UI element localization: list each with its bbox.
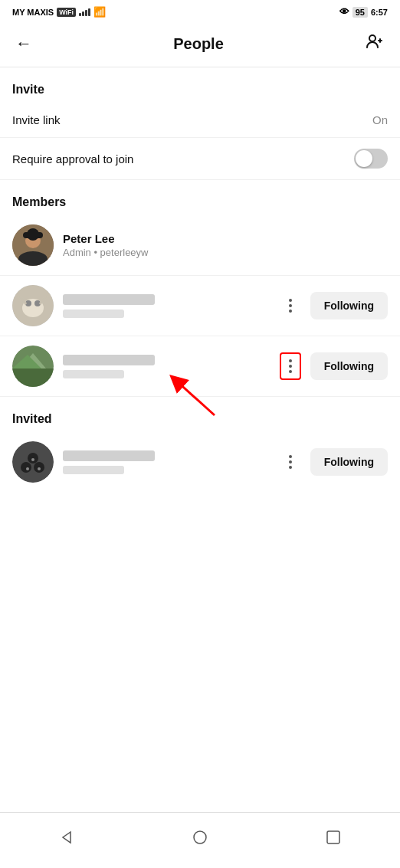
svg-rect-5	[23, 232, 43, 238]
svg-point-16	[21, 462, 31, 473]
svg-point-19	[26, 467, 29, 470]
dot-2	[289, 304, 292, 307]
member-2-name-blur	[63, 294, 155, 305]
member-3-name-blur	[63, 355, 155, 365]
member-2-info	[63, 294, 270, 318]
nav-recents-button[interactable]	[318, 822, 349, 853]
svg-point-20	[38, 467, 41, 470]
network-badge: WiFi	[57, 8, 76, 17]
wifi-icon: 📶	[93, 6, 106, 18]
back-button[interactable]: ←	[12, 31, 35, 57]
content-area: Invite Invite link On Require approval t…	[0, 67, 400, 812]
invited-1-info	[63, 450, 270, 474]
add-person-button[interactable]	[362, 28, 388, 59]
dot-1	[289, 455, 292, 458]
clock: 6:57	[371, 8, 388, 17]
dot-2	[289, 365, 292, 368]
recents-square-icon	[325, 829, 342, 846]
add-person-icon	[365, 31, 385, 51]
carrier-text: MY MAXIS	[12, 8, 54, 17]
invited-1-sub-blur	[63, 466, 124, 474]
following-button-invited-1[interactable]: Following	[310, 448, 388, 476]
require-approval-toggle[interactable]	[354, 149, 388, 169]
more-button-2[interactable]	[280, 292, 301, 319]
svg-point-23	[194, 831, 206, 843]
peter-info: Peter Lee Admin • peterleeyw	[63, 232, 388, 258]
toggle-knob	[356, 150, 372, 167]
peter-sub: Admin • peterleeyw	[63, 247, 388, 258]
avatar-3	[12, 346, 54, 387]
more-button-3-highlighted[interactable]	[280, 352, 301, 380]
svg-marker-22	[63, 832, 70, 843]
invite-link-value: On	[372, 113, 388, 126]
avatar-3-img	[12, 346, 54, 387]
dot-3	[289, 310, 292, 313]
member-row-peter: Peter Lee Admin • peterleeyw	[0, 215, 400, 275]
invited-section-label: Invited	[0, 397, 400, 432]
bottom-nav	[0, 812, 400, 868]
signal-bars	[79, 8, 90, 16]
nav-back-button[interactable]	[51, 822, 82, 853]
invited-row-1: Following	[0, 432, 400, 492]
members-section-label: Members	[0, 180, 400, 215]
home-circle-icon	[192, 829, 208, 846]
dot-3	[289, 466, 292, 469]
nav-home-button[interactable]	[185, 822, 215, 853]
svg-point-21	[31, 458, 34, 461]
invite-link-label: Invite link	[12, 113, 61, 126]
peter-name: Peter Lee	[63, 232, 388, 245]
dot-3	[289, 370, 292, 373]
peter-avatar-img	[12, 224, 54, 266]
following-button-3[interactable]: Following	[310, 352, 388, 380]
status-right: 👁 95 6:57	[339, 6, 388, 18]
avatar-peter	[12, 224, 54, 266]
member-3-sub-blur	[63, 370, 124, 378]
dot-1	[289, 359, 292, 362]
more-button-invited-1[interactable]	[280, 448, 301, 476]
member-row-2: Following	[0, 276, 400, 336]
svg-rect-24	[327, 831, 339, 843]
avatar-invited-1-img	[12, 441, 54, 483]
member-3-info	[63, 355, 270, 378]
status-left: MY MAXIS WiFi 📶	[12, 6, 106, 18]
avatar-invited-1	[12, 441, 54, 483]
battery-level: 95	[352, 7, 368, 18]
svg-rect-11	[12, 368, 54, 387]
svg-point-0	[369, 35, 375, 41]
member-2-sub-blur	[63, 310, 124, 318]
top-nav: ← People	[0, 21, 400, 67]
member-row-3: Following	[0, 336, 400, 396]
invite-link-row[interactable]: Invite link On	[0, 103, 400, 138]
status-bar: MY MAXIS WiFi 📶 👁 95 6:57	[0, 0, 400, 21]
require-approval-row[interactable]: Require approval to join	[0, 138, 400, 180]
dot-2	[289, 460, 292, 463]
following-button-2[interactable]: Following	[310, 292, 388, 319]
require-approval-label: Require approval to join	[12, 152, 133, 165]
eye-icon: 👁	[339, 6, 349, 18]
invite-section-label: Invite	[0, 67, 400, 103]
avatar-2-img	[12, 285, 54, 326]
avatar-2	[12, 285, 54, 326]
page-title: People	[173, 35, 224, 53]
dot-1	[289, 299, 292, 302]
back-triangle-icon	[58, 829, 75, 846]
invited-1-name-blur	[63, 450, 155, 461]
